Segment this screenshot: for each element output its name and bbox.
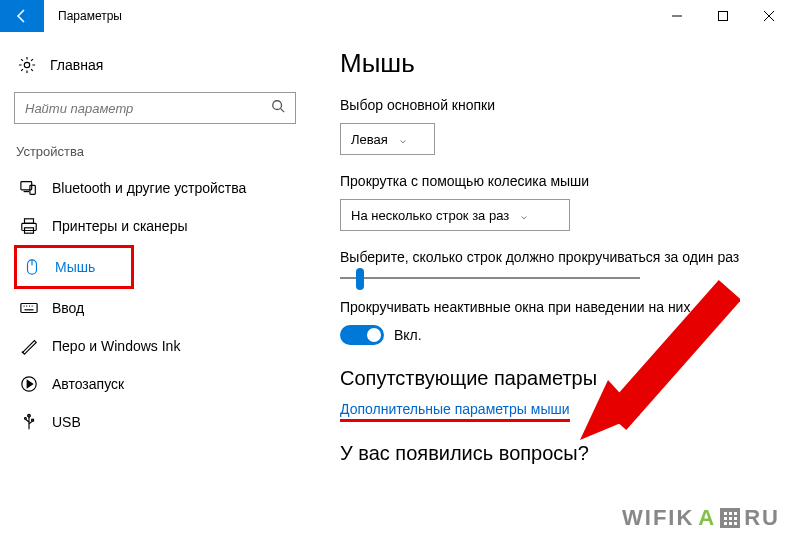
autoplay-icon: [20, 375, 38, 393]
svg-rect-15: [21, 304, 37, 313]
maximize-button[interactable]: [700, 0, 746, 32]
annotation-highlight: Мышь: [14, 245, 134, 289]
dropdown-value: На несколько строк за раз: [351, 208, 509, 223]
inactive-windows-toggle[interactable]: [340, 325, 384, 345]
toggle-state-label: Вкл.: [394, 327, 422, 343]
svg-rect-1: [719, 12, 728, 21]
sidebar-item-bluetooth[interactable]: Bluetooth и другие устройства: [14, 169, 296, 207]
usb-icon: [20, 413, 38, 431]
sidebar-item-label: Ввод: [52, 300, 84, 316]
sidebar-item-label: Мышь: [55, 259, 95, 275]
page-title: Мышь: [340, 48, 772, 79]
related-heading: Сопутствующие параметры: [340, 367, 772, 390]
sidebar-item-printers[interactable]: Принтеры и сканеры: [14, 207, 296, 245]
category-label: Устройства: [14, 144, 310, 159]
gear-icon: [18, 56, 36, 74]
chevron-down-icon: ⌵: [521, 210, 527, 221]
pen-icon: [20, 337, 38, 355]
scroll-lines-label: Выберите, сколько строк должно прокручив…: [340, 249, 772, 265]
home-nav[interactable]: Главная: [14, 48, 310, 82]
svg-rect-27: [32, 419, 34, 421]
svg-point-4: [24, 62, 29, 67]
search-icon: [271, 99, 285, 117]
home-label: Главная: [50, 57, 103, 73]
search-input[interactable]: [14, 92, 296, 124]
sidebar-item-autoplay[interactable]: Автозапуск: [14, 365, 296, 403]
sidebar-item-label: Перо и Windows Ink: [52, 338, 180, 354]
mouse-icon: [23, 258, 41, 276]
main-content: Мышь Выбор основной кнопки Левая ⌵ Прокр…: [310, 48, 792, 475]
sidebar-item-usb[interactable]: USB: [14, 403, 296, 441]
sidebar-item-label: USB: [52, 414, 81, 430]
primary-button-label: Выбор основной кнопки: [340, 97, 772, 113]
sidebar-item-label: Автозапуск: [52, 376, 124, 392]
toggle-knob: [367, 328, 381, 342]
window-title: Параметры: [58, 9, 654, 23]
svg-marker-23: [27, 380, 32, 387]
sidebar-item-mouse[interactable]: Мышь: [17, 248, 299, 286]
questions-heading: У вас появились вопросы?: [340, 442, 772, 465]
svg-rect-11: [25, 219, 34, 224]
sidebar: Главная Устройства Bluetooth и другие ус…: [0, 48, 310, 475]
close-button[interactable]: [746, 0, 792, 32]
svg-point-26: [25, 418, 27, 420]
slider-thumb[interactable]: [356, 268, 364, 290]
sidebar-item-label: Bluetooth и другие устройства: [52, 180, 246, 196]
sidebar-item-label: Принтеры и сканеры: [52, 218, 187, 234]
advanced-mouse-link[interactable]: Дополнительные параметры мыши: [340, 401, 570, 422]
chevron-down-icon: ⌵: [400, 134, 406, 145]
scroll-method-label: Прокрутка с помощью колесика мыши: [340, 173, 772, 189]
qr-icon: [720, 508, 740, 528]
scroll-method-dropdown[interactable]: На несколько строк за раз ⌵: [340, 199, 570, 231]
primary-button-dropdown[interactable]: Левая ⌵: [340, 123, 435, 155]
inactive-windows-label: Прокручивать неактивные окна при наведен…: [340, 299, 772, 315]
svg-line-6: [281, 109, 285, 113]
back-button[interactable]: [0, 0, 44, 32]
keyboard-icon: [20, 299, 38, 317]
printer-icon: [20, 217, 38, 235]
sidebar-item-typing[interactable]: Ввод: [14, 289, 296, 327]
devices-icon: [20, 179, 38, 197]
search-field[interactable]: [25, 101, 271, 116]
dropdown-value: Левая: [351, 132, 388, 147]
minimize-button[interactable]: [654, 0, 700, 32]
svg-point-21: [22, 352, 23, 353]
sidebar-item-pen[interactable]: Перо и Windows Ink: [14, 327, 296, 365]
scroll-lines-slider[interactable]: [340, 277, 640, 279]
watermark: WIFIKA RU: [622, 505, 780, 531]
svg-point-5: [273, 101, 282, 110]
